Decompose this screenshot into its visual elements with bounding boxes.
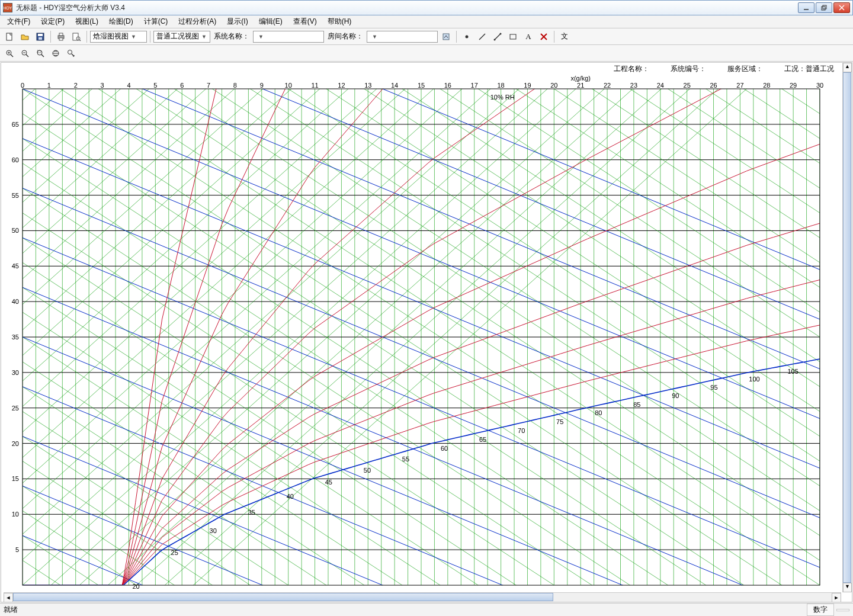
svg-text:45: 45 [12, 262, 19, 270]
print-preview-button[interactable] [69, 30, 84, 43]
svg-text:65: 65 [479, 436, 486, 443]
svg-text:1: 1 [47, 82, 51, 89]
svg-rect-15 [443, 34, 449, 40]
chart-viewport[interactable]: x(g/kg)012345678910111213141516171819202… [1, 63, 852, 602]
line-tool-button[interactable] [475, 30, 489, 43]
rect-tool-button[interactable] [506, 30, 520, 43]
minimize-button[interactable] [798, 2, 814, 13]
chevron-down-icon: ▼ [258, 34, 264, 40]
maximize-button[interactable] [816, 2, 832, 13]
svg-text:20: 20 [12, 440, 19, 447]
svg-rect-2 [823, 5, 826, 9]
svg-text:5: 5 [15, 546, 19, 553]
text-a-tool-button[interactable]: A [521, 30, 535, 43]
svg-text:80: 80 [595, 409, 602, 416]
svg-text:24: 24 [657, 82, 664, 89]
svg-text:16: 16 [444, 82, 451, 89]
delete-tool-button[interactable] [537, 30, 551, 43]
menu-6[interactable]: 显示(I) [222, 15, 252, 28]
svg-rect-11 [59, 38, 63, 40]
status-empty-cell [836, 609, 849, 611]
view-combo-value: 焓湿图视图 [93, 31, 129, 41]
save-button[interactable] [33, 30, 47, 43]
svg-text:70: 70 [518, 427, 525, 434]
vertical-scrollbar[interactable]: ▲ ▼ [842, 63, 852, 592]
menu-9[interactable]: 帮助(H) [323, 15, 357, 28]
menu-2[interactable]: 视图(L) [70, 15, 103, 28]
svg-point-16 [466, 35, 469, 38]
svg-text:55: 55 [402, 455, 409, 463]
scroll-down-button[interactable]: ▼ [843, 583, 852, 592]
vscroll-track[interactable] [843, 72, 852, 583]
open-file-button[interactable] [18, 30, 32, 43]
status-numlock: 数字 [807, 604, 834, 616]
svg-text:4: 4 [127, 82, 130, 89]
svg-line-32 [41, 54, 44, 57]
svg-text:19: 19 [524, 82, 531, 89]
menu-8[interactable]: 查看(V) [288, 15, 322, 28]
view-combo[interactable]: 焓湿图视图 ▼ [90, 31, 147, 43]
chart-container: 工程名称： 系统编号： 服务区域： 工况：普通工况 x(g/kg)0123456… [1, 62, 852, 602]
svg-text:30: 30 [816, 82, 823, 89]
svg-line-25 [11, 54, 13, 57]
svg-text:0: 0 [21, 82, 24, 89]
mode-combo[interactable]: 普通工况视图 ▼ [153, 31, 210, 43]
svg-text:8: 8 [233, 82, 237, 89]
menu-3[interactable]: 绘图(D) [104, 15, 138, 28]
svg-text:6: 6 [180, 82, 184, 89]
new-file-button[interactable] [2, 30, 17, 43]
svg-text:2: 2 [74, 82, 78, 89]
system-name-label: 系统名称： [211, 31, 252, 41]
svg-text:85: 85 [633, 401, 640, 408]
room-name-combo[interactable]: ▼ [367, 31, 438, 43]
zoom-window-button[interactable] [33, 47, 47, 60]
scroll-left-button[interactable]: ◄ [4, 593, 13, 602]
svg-text:25: 25 [171, 549, 178, 556]
menu-4[interactable]: 计算(C) [139, 15, 173, 28]
svg-text:40: 40 [12, 298, 19, 305]
psychrometric-chart[interactable]: x(g/kg)012345678910111213141516171819202… [1, 63, 830, 596]
horizontal-scrollbar[interactable]: ◄ ► [4, 592, 841, 602]
svg-text:25: 25 [12, 405, 19, 412]
menu-7[interactable]: 编辑(E) [254, 15, 287, 28]
point-tool-button[interactable] [460, 30, 474, 43]
scroll-right-button[interactable]: ► [832, 593, 841, 602]
zoom-extents-button[interactable] [49, 47, 63, 60]
pan-button[interactable] [64, 47, 78, 60]
svg-text:26: 26 [710, 82, 717, 89]
chevron-down-icon: ▼ [131, 34, 136, 40]
svg-text:14: 14 [391, 82, 398, 89]
mode-combo-value: 普通工况视图 [156, 31, 199, 41]
status-ready: 就绪 [4, 605, 18, 615]
svg-text:90: 90 [672, 392, 679, 399]
svg-text:35: 35 [12, 333, 19, 341]
hscroll-track[interactable] [13, 593, 832, 602]
svg-line-17 [479, 34, 485, 40]
zoom-out-button[interactable] [18, 47, 32, 60]
svg-rect-10 [59, 33, 63, 36]
main-toolbar: 焓湿图视图 ▼ 普通工况视图 ▼ 系统名称： ▼ 房间名称： ▼ A 文 [0, 28, 853, 45]
svg-text:50: 50 [364, 467, 371, 474]
close-button[interactable] [833, 2, 850, 13]
svg-text:5: 5 [153, 82, 157, 89]
svg-line-18 [495, 34, 501, 40]
segment-tool-button[interactable] [490, 30, 505, 43]
menu-bar: 文件(F)设定(P)视图(L)绘图(D)计算(C)过程分析(A)显示(I)编辑(… [0, 15, 853, 28]
svg-text:21: 21 [577, 82, 584, 89]
text-wen-tool-button[interactable]: 文 [557, 30, 572, 43]
svg-text:23: 23 [630, 82, 637, 89]
scroll-up-button[interactable]: ▲ [843, 63, 852, 72]
zoom-in-button[interactable] [2, 47, 17, 60]
menu-0[interactable]: 文件(F) [2, 15, 35, 28]
print-button[interactable] [54, 30, 68, 43]
svg-text:50: 50 [12, 227, 19, 234]
svg-line-37 [72, 54, 74, 56]
system-name-combo[interactable]: ▼ [253, 31, 324, 43]
menu-1[interactable]: 设定(P) [36, 15, 69, 28]
refresh-button[interactable] [439, 30, 453, 43]
svg-point-20 [500, 33, 502, 34]
menu-5[interactable]: 过程分析(A) [174, 15, 221, 28]
vscroll-thumb[interactable] [843, 72, 851, 583]
svg-point-19 [494, 38, 496, 40]
hscroll-thumb[interactable] [13, 593, 553, 601]
